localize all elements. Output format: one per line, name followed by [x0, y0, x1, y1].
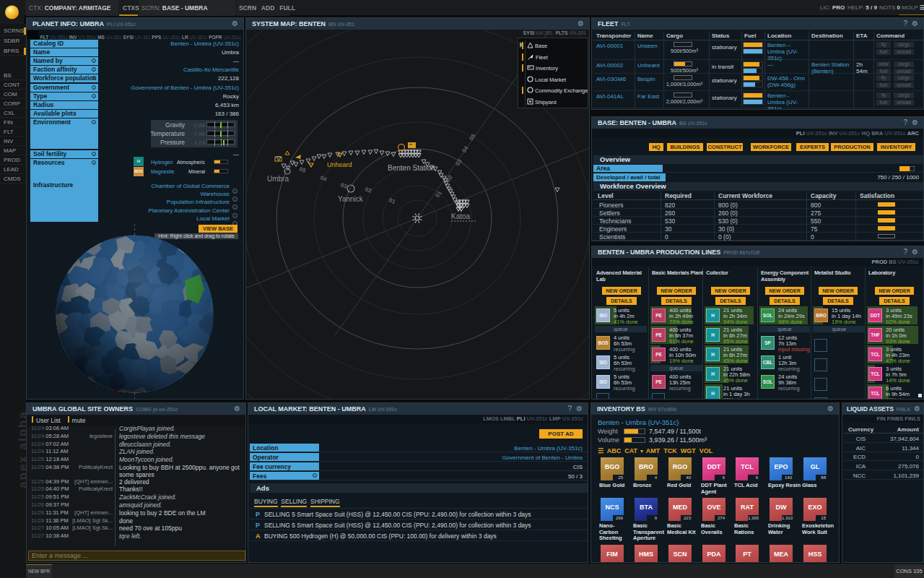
svg-text:Umbra: Umbra: [267, 175, 289, 183]
svg-text:Unheard: Unheard: [327, 161, 352, 168]
svg-text:04: 04: [319, 174, 328, 183]
svg-text:01: 01: [434, 189, 443, 199]
svg-text:01: 01: [388, 197, 396, 205]
svg-text:Benten Station: Benten Station: [388, 164, 435, 172]
svg-text:02: 02: [364, 186, 372, 194]
svg-text:05: 05: [468, 132, 477, 142]
svg-text:Katoa: Katoa: [451, 212, 471, 220]
svg-text:05: 05: [298, 165, 307, 174]
svg-text:04: 04: [461, 144, 470, 154]
svg-text:Yannick: Yannick: [338, 195, 364, 203]
